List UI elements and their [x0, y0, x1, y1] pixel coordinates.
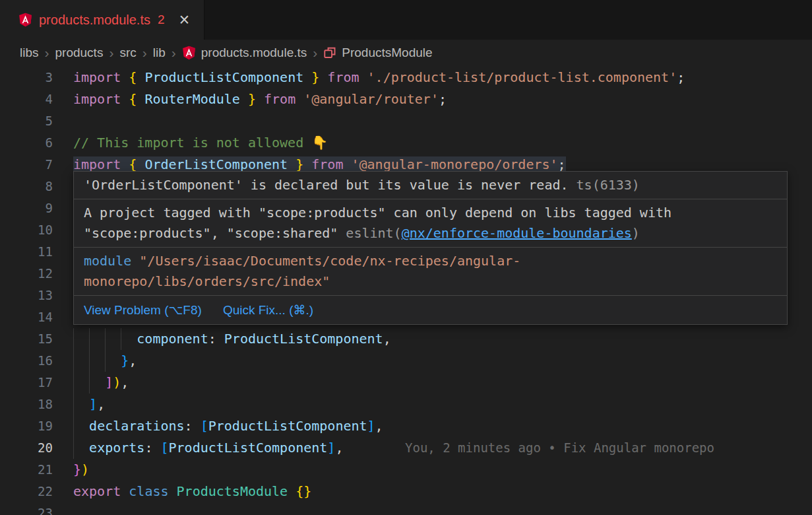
code-token: ): [81, 462, 89, 477]
code-content[interactable]: ],: [73, 394, 105, 415]
code-token: 👇: [311, 135, 328, 151]
hover-text-line: 'OrderListComponent' is declared but its…: [84, 175, 777, 195]
code-content[interactable]: declarations: [ProductListComponent],: [73, 415, 383, 437]
line-number[interactable]: 4: [0, 88, 53, 110]
line-number[interactable]: 3: [0, 67, 53, 88]
line-number[interactable]: 15: [0, 328, 53, 350]
indent-guide-icon: [105, 328, 106, 350]
line-number[interactable]: 7: [0, 154, 53, 176]
code-token: [359, 69, 367, 85]
hover-text: ): [632, 225, 640, 241]
breadcrumb-label: products: [55, 46, 104, 60]
code-token: ProductListComponent: [169, 440, 328, 456]
code-content[interactable]: import { ProductListComponent } from './…: [73, 67, 685, 88]
line-number[interactable]: 6: [0, 132, 53, 154]
line-number[interactable]: 10: [0, 219, 53, 241]
quick-fix-button[interactable]: Quick Fix... (⌘.): [223, 302, 313, 318]
line-number[interactable]: 16: [0, 350, 53, 372]
code-content[interactable]: exports: [ProductListComponent],You, 2 m…: [73, 437, 343, 459]
indent-guide-icon: [89, 328, 90, 350]
view-problem-button[interactable]: View Problem (⌥F8): [84, 302, 202, 318]
breadcrumb-item-products-module-ts[interactable]: products.module.ts: [182, 46, 307, 60]
rule-link[interactable]: @nx/enforce-module-boundaries: [402, 225, 632, 241]
line-number[interactable]: 9: [0, 197, 53, 219]
breadcrumb-label: ProductsModule: [342, 46, 432, 60]
code-token: ProductListComponent: [224, 331, 383, 347]
code-content[interactable]: component: ProductListComponent,: [73, 328, 391, 350]
code-token: from: [264, 91, 296, 107]
line-number[interactable]: 20: [0, 437, 53, 459]
breadcrumb-item-products[interactable]: products: [55, 46, 104, 60]
tab-problems-badge: 2: [158, 13, 165, 27]
code-token: [121, 91, 129, 107]
hover-text: eslint(: [346, 225, 401, 241]
hover-section: module "/Users/isaac/Documents/code/nx-r…: [74, 248, 787, 296]
line-number[interactable]: 21: [0, 459, 53, 481]
code-content[interactable]: export class ProductsModule {}: [73, 481, 311, 502]
code-token: }: [121, 353, 129, 368]
line-number[interactable]: 5: [0, 110, 53, 132]
hover-actions: View Problem (⌥F8)Quick Fix... (⌘.): [74, 296, 787, 324]
hover-tooltip: 'OrderListComponent' is declared but its…: [73, 171, 788, 325]
code-token: {: [129, 91, 137, 107]
indent-guide-icon: [121, 328, 121, 350]
code-line: 21}): [0, 459, 812, 481]
code-token: }: [311, 69, 319, 85]
code-token: [121, 483, 129, 499]
line-number[interactable]: 23: [0, 502, 53, 515]
code-token: :: [208, 331, 224, 347]
line-number[interactable]: 18: [0, 394, 53, 415]
editor-tab[interactable]: products.module.ts 2 ×: [0, 0, 204, 40]
code-token: [303, 156, 311, 172]
code-token: export: [73, 483, 121, 499]
code-line: 3import { ProductListComponent } from '.…: [0, 67, 812, 88]
hover-text: "/Users/isaac/Documents/code/nx-recipes/…: [139, 253, 520, 269]
breadcrumb-item-libs[interactable]: libs: [20, 46, 39, 60]
code-line: 18 ],: [0, 394, 812, 415]
code-token: ,: [97, 396, 105, 412]
line-number[interactable]: 12: [0, 263, 53, 285]
code-token: component: [137, 331, 208, 347]
code-token: './product-list/product-list.component': [367, 69, 677, 85]
code-token: [296, 91, 303, 107]
hover-text: ts(6133): [569, 177, 640, 193]
code-token: {: [129, 156, 137, 172]
code-token: [319, 69, 327, 85]
code-content[interactable]: ]),: [73, 372, 129, 394]
code-content[interactable]: import { RouterModule } from '@angular/r…: [73, 88, 447, 110]
line-number[interactable]: 17: [0, 372, 53, 394]
line-number[interactable]: 22: [0, 481, 53, 502]
code-token: [137, 91, 144, 107]
code-token: [73, 418, 89, 434]
breadcrumb-item-lib[interactable]: lib: [153, 46, 166, 60]
line-number[interactable]: 13: [0, 285, 53, 306]
line-number[interactable]: 19: [0, 415, 53, 437]
tab-bar: products.module.ts 2 ×: [0, 0, 812, 40]
line-number[interactable]: 11: [0, 241, 53, 263]
line-number[interactable]: 8: [0, 176, 53, 197]
code-token: OrderListComponent: [144, 156, 288, 172]
hover-text-line: module "/Users/isaac/Documents/code/nx-r…: [84, 251, 777, 271]
code-content[interactable]: }): [73, 459, 89, 481]
code-token: import: [73, 91, 121, 107]
code-line: 6// This import is not allowed 👇: [0, 132, 812, 154]
hover-text: "scope:products", "scope:shared": [84, 225, 346, 241]
breadcrumb-item-productsmodule[interactable]: ProductsModule: [323, 46, 432, 60]
line-number[interactable]: 14: [0, 306, 53, 328]
breadcrumb-label: lib: [153, 46, 166, 60]
code-content[interactable]: // This import is not allowed 👇: [73, 132, 328, 154]
breadcrumb-item-src[interactable]: src: [119, 46, 136, 60]
code-token: }: [248, 91, 256, 107]
breadcrumb-separator: ›: [313, 46, 317, 61]
code-token: ,: [129, 353, 137, 368]
indent-guide-icon: [89, 372, 90, 394]
code-token: [73, 440, 89, 456]
close-icon[interactable]: ×: [179, 13, 190, 26]
code-token: import: [73, 69, 121, 85]
code-token: ProductListComponent: [208, 418, 367, 434]
code-token: import: [73, 156, 121, 172]
code-token: :: [144, 440, 160, 456]
hover-text-line: "scope:products", "scope:shared" eslint(…: [84, 223, 777, 244]
code-token: [: [201, 418, 208, 434]
code-content[interactable]: },: [73, 350, 137, 372]
